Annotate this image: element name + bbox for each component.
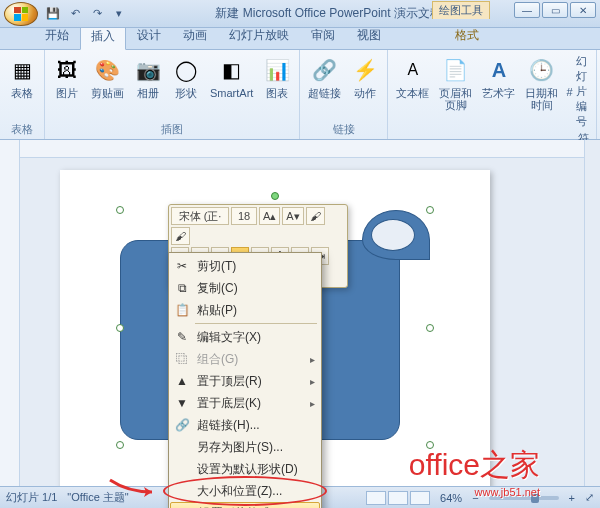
sizepos-icon xyxy=(173,483,191,499)
group-label: 链接 xyxy=(333,122,355,137)
redo-icon[interactable]: ↷ xyxy=(88,5,106,23)
slide-indicator: 幻灯片 1/1 xyxy=(6,490,57,505)
ctx-paste[interactable]: 📋粘贴(P) xyxy=(169,299,321,321)
action-button[interactable]: ⚡动作 xyxy=(349,54,381,101)
view-sorter-icon[interactable] xyxy=(388,491,408,505)
save-icon[interactable]: 💾 xyxy=(44,5,62,23)
zoom-in-button[interactable]: + xyxy=(569,492,575,504)
ctx-label: 复制(C) xyxy=(197,280,315,297)
group-icon: ⿻ xyxy=(173,351,191,367)
hyperlink-button[interactable]: 🔗超链接 xyxy=(306,54,343,101)
textbox-button[interactable]: A文本框 xyxy=(394,54,431,101)
maximize-button[interactable]: ▭ xyxy=(542,2,568,18)
horizontal-ruler xyxy=(20,140,584,158)
ctx-hyperlink[interactable]: 🔗超链接(H)... xyxy=(169,414,321,436)
style-icon[interactable]: 🖌 xyxy=(306,207,325,225)
close-button[interactable]: ✕ xyxy=(570,2,596,18)
group-label: 表格 xyxy=(11,122,33,137)
ribbon: ▦表格 表格 🖼图片 🎨剪贴画 📷相册 ◯形状 ◧SmartArt 📊图表 插图… xyxy=(0,50,600,140)
saveaspic-icon xyxy=(173,439,191,455)
picture-button[interactable]: 🖼图片 xyxy=(51,54,83,101)
shapes-button[interactable]: ◯形状 xyxy=(170,54,202,101)
slidenumber-button[interactable]: #幻灯片编号 xyxy=(566,54,590,129)
shrink-font-icon[interactable]: A▾ xyxy=(282,207,303,225)
bringfront-icon: ▲ xyxy=(173,373,191,389)
annotation-arrow xyxy=(108,478,168,502)
vertical-ruler xyxy=(0,140,20,486)
office-button[interactable] xyxy=(4,2,38,26)
ctx-copy[interactable]: ⧉复制(C) xyxy=(169,277,321,299)
ctx-label: 粘贴(P) xyxy=(197,302,315,319)
format-painter-icon[interactable]: 🖌 xyxy=(171,227,190,245)
table-button[interactable]: ▦表格 xyxy=(6,54,38,101)
rotate-handle[interactable] xyxy=(271,192,279,200)
qat-more-icon[interactable]: ▾ xyxy=(110,5,128,23)
headerfooter-button[interactable]: 📄页眉和 页脚 xyxy=(437,54,474,113)
resize-handle-nw[interactable] xyxy=(116,206,124,214)
ctx-label: 编辑文字(X) xyxy=(197,329,315,346)
paste-icon: 📋 xyxy=(173,302,191,318)
group-links: 🔗超链接 ⚡动作 链接 xyxy=(300,50,388,139)
submenu-arrow-icon: ▸ xyxy=(310,376,315,387)
submenu-arrow-icon: ▸ xyxy=(310,354,315,365)
ctx-label: 设置形状格式(O)... xyxy=(199,505,313,509)
submenu-arrow-icon: ▸ xyxy=(310,398,315,409)
font-size-select[interactable]: 18 xyxy=(231,207,257,225)
ctx-saveaspic[interactable]: 另存为图片(S)... xyxy=(169,436,321,458)
contextual-tab-title: 绘图工具 xyxy=(432,1,490,19)
resize-handle-sw[interactable] xyxy=(116,441,124,449)
hyperlink-icon: 🔗 xyxy=(173,417,191,433)
ctx-sizepos[interactable]: 大小和位置(Z)... xyxy=(169,480,321,502)
undo-icon[interactable]: ↶ xyxy=(66,5,84,23)
group-illustrations: 🖼图片 🎨剪贴画 📷相册 ◯形状 ◧SmartArt 📊图表 插图 xyxy=(45,50,300,139)
resize-handle-w[interactable] xyxy=(116,324,124,332)
datetime-button[interactable]: 🕒日期和 时间 xyxy=(523,54,560,113)
ctx-group: ⿻组合(G)▸ xyxy=(169,348,321,370)
ribbon-tab-strip: 开始 插入 设计 动画 幻灯片放映 审阅 视图 格式 xyxy=(0,28,600,50)
smartart-button[interactable]: ◧SmartArt xyxy=(208,54,255,101)
group-text: A文本框 📄页眉和 页脚 A艺术字 🕒日期和 时间 #幻灯片编号 Ω符号 ▭对象… xyxy=(388,50,597,139)
ctx-label: 置于底层(K) xyxy=(197,395,304,412)
ctx-label: 组合(G) xyxy=(197,351,304,368)
ctx-label: 另存为图片(S)... xyxy=(197,439,315,456)
ctx-setdefault[interactable]: 设置为默认形状(D) xyxy=(169,458,321,480)
ctx-sendback[interactable]: ▼置于底层(K)▸ xyxy=(169,392,321,414)
view-normal-icon[interactable] xyxy=(366,491,386,505)
ctx-label: 超链接(H)... xyxy=(197,417,315,434)
context-menu: ✂剪切(T)⧉复制(C)📋粘贴(P)✎编辑文字(X)⿻组合(G)▸▲置于顶层(R… xyxy=(168,252,322,508)
ctx-label: 置于顶层(R) xyxy=(197,373,304,390)
fit-window-button[interactable]: ⤢ xyxy=(585,491,594,504)
ctx-bringfront[interactable]: ▲置于顶层(R)▸ xyxy=(169,370,321,392)
copy-icon: ⧉ xyxy=(173,280,191,296)
resize-handle-ne[interactable] xyxy=(426,206,434,214)
group-tables: ▦表格 表格 xyxy=(0,50,45,139)
title-bar: 💾 ↶ ↷ ▾ 新建 Microsoft Office PowerPoint 演… xyxy=(0,0,600,28)
album-button[interactable]: 📷相册 xyxy=(132,54,164,101)
ctx-label: 剪切(T) xyxy=(197,258,315,275)
ctx-formatshape[interactable]: 🖌设置形状格式(O)... xyxy=(170,502,320,508)
setdefault-icon xyxy=(173,461,191,477)
group-label: 插图 xyxy=(161,122,183,137)
ctx-label: 设置为默认形状(D) xyxy=(197,461,315,478)
wordart-button[interactable]: A艺术字 xyxy=(480,54,517,101)
font-family-select[interactable]: 宋体 (正· xyxy=(171,207,229,225)
minimize-button[interactable]: — xyxy=(514,2,540,18)
grow-font-icon[interactable]: A▴ xyxy=(259,207,280,225)
ctx-edittext[interactable]: ✎编辑文字(X) xyxy=(169,326,321,348)
clipart-button[interactable]: 🎨剪贴画 xyxy=(89,54,126,101)
cut-icon: ✂ xyxy=(173,258,191,274)
quick-access-toolbar: 💾 ↶ ↷ ▾ xyxy=(44,5,128,23)
ctx-cut[interactable]: ✂剪切(T) xyxy=(169,255,321,277)
chart-button[interactable]: 📊图表 xyxy=(261,54,293,101)
resize-handle-e[interactable] xyxy=(426,324,434,332)
sendback-icon: ▼ xyxy=(173,395,191,411)
vertical-scrollbar[interactable] xyxy=(584,140,600,486)
ctx-label: 大小和位置(Z)... xyxy=(197,483,315,500)
watermark: office之家 www.jb51.net xyxy=(409,445,540,498)
edittext-icon: ✎ xyxy=(173,329,191,345)
